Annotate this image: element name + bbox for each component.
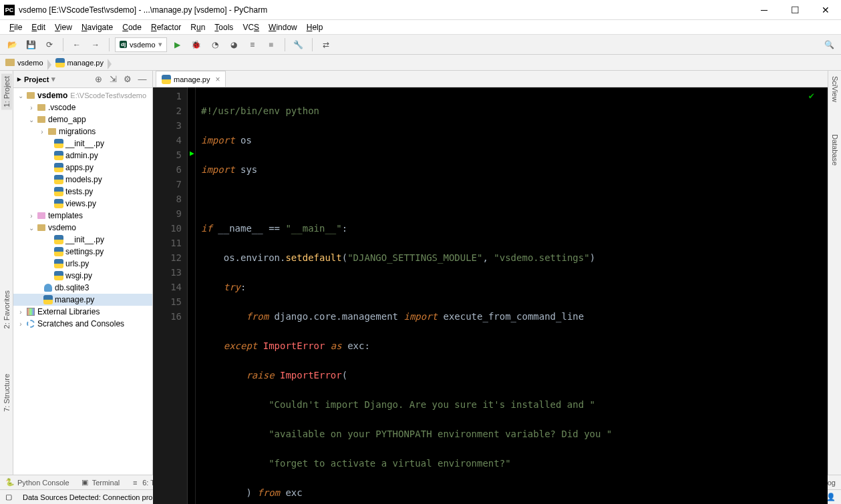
tree-item: wsgi.py	[13, 270, 152, 282]
sync-button[interactable]: ⟳	[41, 37, 57, 53]
pycharm-icon: PC	[4, 5, 15, 15]
tree-item-selected: manage.py	[13, 294, 152, 306]
coverage-button[interactable]: ◔	[207, 37, 223, 53]
terminal-tab[interactable]: ▣Terminal	[80, 478, 120, 487]
todo-icon: ≡	[130, 478, 140, 487]
maximize-button[interactable]: ☐	[780, 0, 810, 20]
window-title: vsdemo [E:\VScodeTest\vsdemo] - ...\mana…	[19, 5, 749, 15]
menu-code[interactable]: Code	[118, 21, 146, 33]
menu-tools[interactable]: Tools	[210, 21, 237, 33]
breadcrumb-root[interactable]: vsdemo	[3, 57, 49, 68]
favorites-tool-tab[interactable]: 2: Favorites	[1, 288, 12, 331]
minimize-button[interactable]: ─	[749, 0, 780, 20]
left-tool-strip: 1: Project 2: Favorites 7: Structure	[0, 71, 13, 475]
menu-view[interactable]: View	[51, 21, 76, 33]
run-gutter-icon[interactable]: ▶	[190, 149, 194, 158]
breadcrumb-file[interactable]: manage.py	[53, 57, 109, 69]
profile-button[interactable]: ◕	[226, 37, 242, 53]
stop-button[interactable]: ■	[263, 37, 279, 53]
tree-item: __init__.py	[13, 138, 152, 150]
line-gutter[interactable]: 12345678910111213141516	[153, 87, 188, 504]
scroll-from-source-icon[interactable]: ⊕	[92, 73, 104, 85]
save-button[interactable]: 💾	[23, 37, 39, 53]
tree-item: ›templates	[13, 210, 152, 222]
editor-area: manage.py × ▶ ✔ 12345678910111213141516 …	[153, 71, 828, 475]
editor-tabs: manage.py ×	[153, 71, 828, 87]
tree-item: __init__.py	[13, 234, 152, 246]
tree-scratches: ›Scratches and Consoles	[13, 318, 152, 330]
tree-item: apps.py	[13, 162, 152, 174]
tree-item: ›.vscode	[13, 101, 152, 113]
code-content[interactable]: #!/usr/bin/env python import os import s…	[196, 87, 828, 504]
tree-item: admin.py	[13, 150, 152, 162]
tree-item: models.py	[13, 174, 152, 186]
debug-button[interactable]: 🐞	[188, 37, 204, 53]
django-icon: dj	[120, 41, 127, 48]
tree-item: ⌄vsdemo	[13, 222, 152, 234]
menu-vcs[interactable]: VCS	[238, 21, 263, 33]
hide-icon[interactable]: —	[136, 73, 148, 85]
menu-navigate[interactable]: Navigate	[77, 21, 117, 33]
run-button[interactable]: ▶	[170, 37, 186, 53]
search-everywhere-button[interactable]: 🔍	[821, 37, 837, 53]
menu-refactor[interactable]: Refactor	[147, 21, 185, 33]
close-button[interactable]: ✕	[810, 0, 841, 20]
structure-tool-tab[interactable]: 7: Structure	[1, 371, 12, 415]
run-config-selector[interactable]: dj vsdemo ▾	[115, 37, 167, 52]
tree-item: views.py	[13, 198, 152, 210]
concurrency-button[interactable]: ≡	[244, 37, 261, 53]
project-tool-tab[interactable]: 1: Project	[1, 73, 12, 109]
database-tool-tab[interactable]: Database	[830, 132, 840, 168]
collapse-all-icon[interactable]: ⇲	[107, 73, 119, 85]
tree-root: ⌄vsdemoE:\VScodeTest\vsdemo	[13, 89, 152, 101]
python-icon	[162, 75, 171, 84]
project-panel-header: ▸ Project ▾ ⊕ ⇲ ⚙ —	[13, 71, 152, 88]
main-area: 1: Project 2: Favorites 7: Structure ▸ P…	[0, 71, 841, 475]
menu-file[interactable]: File	[5, 21, 26, 33]
terminal-icon: ▣	[80, 478, 90, 487]
code-editor[interactable]: ▶ ✔ 12345678910111213141516 #!/usr/bin/e…	[153, 87, 828, 504]
forward-button[interactable]: →	[88, 37, 104, 53]
menu-window[interactable]: Window	[265, 21, 301, 33]
menu-bar: File Edit View Navigate Code Refactor Ru…	[0, 20, 841, 35]
tree-item: settings.py	[13, 246, 152, 258]
python-icon	[55, 58, 65, 67]
main-toolbar: 📂 💾 ⟳ ← → dj vsdemo ▾ ▶ 🐞 ◔ ◕ ≡ ■ 🔧 ⇄ 🔍	[0, 35, 841, 55]
back-button[interactable]: ←	[69, 37, 85, 53]
folder-icon	[5, 59, 15, 66]
folder-icon: ▸	[17, 75, 21, 83]
title-bar: PC vsdemo [E:\VScodeTest\vsdemo] - ...\m…	[0, 0, 841, 20]
status-icon[interactable]: ▢	[5, 493, 15, 502]
tree-external-libs: ›External Libraries	[13, 306, 152, 318]
project-panel: ▸ Project ▾ ⊕ ⇲ ⚙ — ⌄vsdemoE:\VScodeTest…	[13, 71, 153, 475]
sync-project-button[interactable]: ⇄	[318, 37, 334, 53]
run-config-name: vsdemo	[130, 41, 156, 49]
close-tab-icon[interactable]: ×	[215, 75, 220, 84]
tree-item: db.sqlite3	[13, 282, 152, 294]
menu-edit[interactable]: Edit	[27, 21, 49, 33]
inspector-icon[interactable]: 👤	[826, 493, 836, 501]
breadcrumb-bar: vsdemo manage.py	[0, 55, 841, 71]
editor-tab[interactable]: manage.py ×	[156, 71, 226, 87]
tree-item: ⌄demo_app	[13, 113, 152, 125]
menu-run[interactable]: Run	[186, 21, 209, 33]
python-icon: 🐍	[5, 478, 15, 487]
right-tool-strip: SciView Database	[828, 71, 841, 475]
tree-item: ›migrations	[13, 125, 152, 138]
sciview-tool-tab[interactable]: SciView	[830, 73, 840, 105]
tree-item: tests.py	[13, 186, 152, 198]
menu-help[interactable]: Help	[303, 21, 327, 33]
project-tree[interactable]: ⌄vsdemoE:\VScodeTest\vsdemo ›.vscode ⌄de…	[13, 88, 152, 475]
settings-button[interactable]: 🔧	[291, 37, 307, 53]
open-button[interactable]: 📂	[4, 37, 20, 53]
tree-item: urls.py	[13, 258, 152, 270]
inspection-ok-icon[interactable]: ✔	[809, 90, 814, 101]
python-console-tab[interactable]: 🐍Python Console	[5, 478, 69, 487]
settings-icon[interactable]: ⚙	[122, 73, 134, 85]
